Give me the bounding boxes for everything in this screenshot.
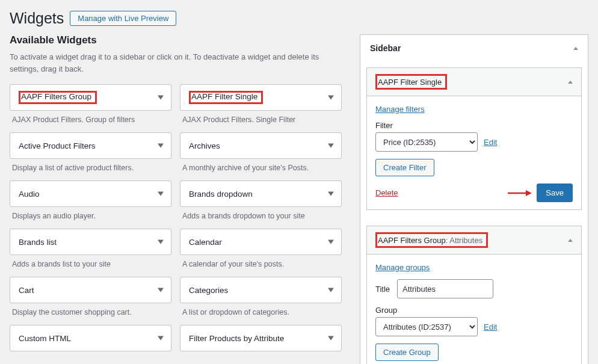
chevron-down-icon: [158, 96, 164, 100]
arrow-right-icon: [508, 190, 532, 197]
chevron-up-icon: [568, 239, 573, 242]
widget-item-desc: AJAX Product Filters. Single Filter: [180, 111, 342, 124]
filter-select[interactable]: Price (ID:2535): [375, 132, 478, 152]
available-widgets-desc: To activate a widget drag it to a sideba…: [10, 51, 342, 75]
available-widget-item[interactable]: Audio: [10, 180, 171, 207]
chevron-down-icon: [328, 144, 334, 148]
widget-card-header[interactable]: AAPF Filters Group: Attributes: [367, 226, 581, 254]
page-title: Widgets: [10, 10, 64, 27]
manage-live-preview-button[interactable]: Manage with Live Preview: [70, 11, 176, 26]
available-widget-item[interactable]: Custom HTML: [10, 325, 171, 351]
widget-item-desc: Display a list of active product filters…: [10, 159, 171, 172]
chevron-up-icon: [573, 47, 578, 50]
widget-item-label: Brands dropdown: [189, 190, 253, 199]
chevron-down-icon: [328, 192, 334, 196]
save-button[interactable]: Save: [537, 184, 573, 202]
available-widget-item[interactable]: AAPF Filters Group: [10, 84, 171, 111]
create-filter-button[interactable]: Create Filter: [375, 159, 434, 176]
widget-item-label: Categories: [189, 286, 228, 295]
chevron-down-icon: [158, 336, 164, 341]
widget-item-desc: A list or dropdown of categories.: [180, 303, 342, 316]
group-label: Group: [375, 306, 573, 315]
available-widget-item[interactable]: Categories: [180, 277, 342, 303]
chevron-down-icon: [158, 240, 164, 244]
filter-label: Filter: [375, 121, 573, 130]
title-input[interactable]: [397, 279, 493, 298]
create-group-button[interactable]: Create Group: [375, 344, 439, 361]
sidebar-title: Sidebar: [370, 43, 401, 53]
widget-item-desc: Displays an audio player.: [10, 207, 171, 220]
available-widget-item[interactable]: Filter Products by Attribute: [180, 325, 342, 351]
widget-item-label: Filter Products by Attribute: [189, 334, 284, 343]
chevron-down-icon: [328, 288, 334, 292]
widget-item-label: Cart: [19, 286, 34, 295]
available-widgets-grid: AAPF Filters GroupAJAX Product Filters. …: [10, 84, 342, 351]
sidebar-header[interactable]: Sidebar: [360, 35, 588, 61]
widget-item-label: Calendar: [189, 238, 222, 247]
sidebar-widget-filters-group: AAPF Filters Group: Attributes Manage gr…: [366, 226, 582, 364]
widget-item-desc: Display the customer shopping cart.: [10, 303, 171, 316]
chevron-down-icon: [158, 192, 164, 196]
chevron-down-icon: [328, 96, 334, 100]
chevron-down-icon: [328, 336, 334, 341]
widget-item-label: Active Product Filters: [19, 141, 96, 150]
group-select[interactable]: Attributes (ID:2537): [375, 317, 478, 336]
widget-item-desc: A calendar of your site's posts.: [180, 255, 342, 268]
available-widget-item[interactable]: AAPF Filter Single: [180, 84, 342, 111]
available-widget-item[interactable]: Archives: [180, 132, 342, 159]
widget-item-desc: Adds a brands dropdown to your site: [180, 207, 342, 220]
widget-item-label: Brands list: [19, 238, 57, 247]
widget-card-header[interactable]: AAPF Filter Single: [367, 68, 581, 96]
available-widget-item[interactable]: Brands list: [10, 229, 171, 255]
available-widget-item[interactable]: Active Product Filters: [10, 132, 171, 159]
widget-item-label: Archives: [189, 141, 220, 150]
sidebar-panel: Sidebar AAPF Filter Single Manage filter…: [360, 34, 588, 364]
widget-item-desc: AJAX Product Filters. Group of filters: [10, 111, 171, 124]
edit-link[interactable]: Edit: [484, 322, 497, 332]
chevron-down-icon: [158, 288, 164, 292]
manage-groups-link[interactable]: Manage groups: [375, 263, 573, 272]
available-widget-item[interactable]: Calendar: [180, 229, 342, 255]
chevron-down-icon: [328, 240, 334, 244]
widget-card-title: AAPF Filters Group: [378, 236, 446, 245]
chevron-down-icon: [158, 144, 164, 148]
delete-link[interactable]: Delete: [375, 188, 398, 197]
manage-filters-link[interactable]: Manage filters: [375, 105, 573, 114]
widget-item-desc: A monthly archive of your site's Posts.: [180, 159, 342, 172]
sidebar-widget-filter-single: AAPF Filter Single Manage filters Filter…: [366, 67, 582, 210]
chevron-up-icon: [568, 81, 573, 84]
title-label: Title: [375, 285, 390, 294]
widget-item-label: Custom HTML: [19, 334, 71, 343]
widget-item-desc: Adds a brands list to your site: [10, 255, 171, 268]
page-header: Widgets Manage with Live Preview: [10, 0, 588, 34]
edit-link[interactable]: Edit: [484, 138, 497, 147]
widget-card-title: AAPF Filter Single: [378, 78, 442, 87]
widget-item-label: Audio: [19, 190, 40, 199]
available-widget-item[interactable]: Brands dropdown: [180, 180, 342, 207]
svg-marker-1: [526, 190, 532, 196]
available-widgets-heading: Available Widgets: [10, 34, 342, 46]
available-widget-item[interactable]: Cart: [10, 277, 171, 303]
widget-card-subtitle: Attributes: [449, 236, 482, 245]
